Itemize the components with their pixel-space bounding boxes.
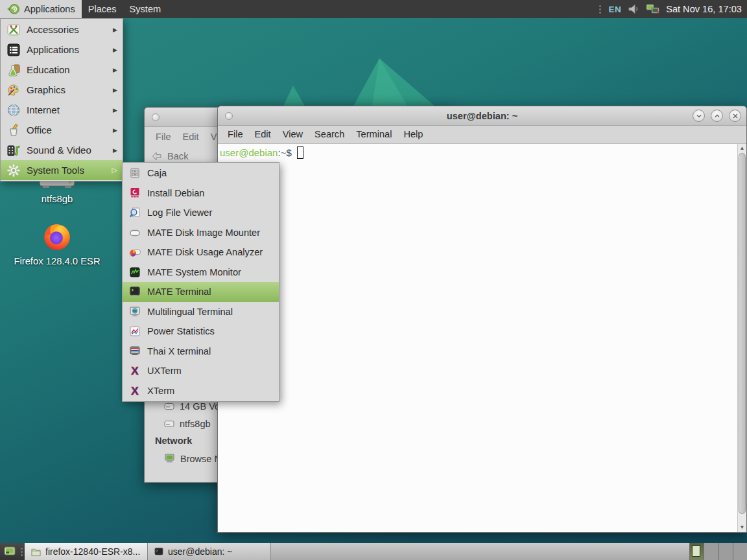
task-label: firefox-12840-ESR-x8...: [45, 546, 140, 557]
panel-grip-handle[interactable]: [19, 548, 24, 556]
terminal-window: user@debian: ~ File Edit View Search Ter…: [217, 106, 747, 533]
terminal-content[interactable]: user@debian:~$ ▲ ▼: [218, 144, 746, 532]
terminal-menu-edit[interactable]: Edit: [249, 126, 277, 143]
scroll-up-icon[interactable]: ▲: [738, 145, 746, 152]
task-label: user@debian: ~: [168, 546, 232, 557]
svg-text:X: X: [131, 365, 139, 377]
office-icon: [6, 123, 21, 137]
submenu-item-install-debian[interactable]: Install Debian: [123, 183, 279, 204]
submenu-item-log-file-viewer[interactable]: Log File Viewer: [123, 203, 279, 223]
thai-x-terminal-icon: [129, 345, 141, 357]
show-desktop-icon: [3, 545, 16, 558]
close-button[interactable]: [729, 110, 741, 122]
system-menu-label: System: [130, 4, 161, 14]
places-menu-label: Places: [88, 4, 117, 14]
keyboard-layout-indicator[interactable]: EN: [608, 5, 621, 14]
terminal-menubar: File Edit View Search Terminal Help: [218, 126, 746, 144]
terminal-menu-terminal[interactable]: Terminal: [350, 126, 397, 143]
submenu-item-mate-terminal[interactable]: MATE Terminal: [123, 282, 279, 302]
menu-item-label: Multilingual Terminal: [147, 307, 233, 317]
submenu-item-power-statistics[interactable]: Power Statistics: [123, 321, 279, 342]
app-menu-item-internet[interactable]: Internet ▶: [1, 100, 123, 120]
app-menu-item-applications[interactable]: Applications ▶: [1, 40, 123, 60]
app-menu-item-graphics[interactable]: Graphics ▶: [1, 80, 123, 100]
caja-menu-file[interactable]: File: [150, 132, 177, 142]
system-tools-submenu: Caja Install Debian Log File Viewer: [122, 162, 279, 402]
terminal-titlebar[interactable]: user@debian: ~: [218, 106, 746, 126]
places-menu-button[interactable]: Places: [82, 0, 123, 18]
submenu-arrow-icon: ▶: [113, 87, 117, 93]
terminal-menu-file[interactable]: File: [222, 126, 249, 143]
app-menu-item-system-tools[interactable]: System Tools ▷: [1, 160, 123, 180]
menu-item-label: System Tools: [27, 165, 84, 176]
scrollbar-thumb[interactable]: [739, 153, 746, 514]
submenu-item-multilingual-terminal[interactable]: Multilingual Terminal: [123, 302, 279, 322]
show-desktop-button[interactable]: [2, 544, 18, 559]
clock-applet[interactable]: Sat Nov 16, 17:03: [666, 4, 742, 14]
maximize-button[interactable]: [711, 110, 723, 122]
workspace-2[interactable]: [704, 543, 718, 560]
caja-icon: [129, 167, 141, 179]
app-menu-item-sound-video[interactable]: Sound & Video ▶: [1, 140, 123, 160]
caja-menu-edit[interactable]: Edit: [177, 132, 205, 142]
power-statistics-icon: [129, 325, 141, 337]
back-arrow-icon: [151, 150, 163, 162]
workspace-window-thumbnail: [692, 545, 700, 557]
drive-icon: [164, 402, 174, 410]
disk-image-mounter-icon: [129, 227, 141, 239]
workspace-4[interactable]: [733, 543, 747, 560]
submenu-arrow-icon: ▶: [113, 147, 117, 154]
submenu-item-uxterm[interactable]: X UXTerm: [123, 361, 279, 381]
app-menu-item-education[interactable]: Education ▶: [1, 60, 123, 80]
accessories-icon: [6, 23, 21, 37]
desktop-icon-firefox[interactable]: Firefox 128.4.0 ESR: [5, 220, 109, 266]
terminal-scrollbar[interactable]: ▲ ▼: [737, 144, 746, 532]
bottom-panel: firefox-12840-ESR-x8... user@debian: ~: [0, 543, 747, 560]
education-icon: [6, 63, 21, 77]
chevron-down-icon: [696, 113, 702, 119]
menu-item-label: Internet: [27, 104, 60, 115]
network-status-icon[interactable]: [646, 3, 660, 16]
scroll-down-icon[interactable]: ▼: [738, 524, 746, 531]
system-tray: EN Sat Nov 16, 17:03: [598, 0, 747, 18]
close-icon: [732, 113, 739, 119]
app-menu-item-accessories[interactable]: Accessories ▶: [1, 19, 123, 40]
volume-icon[interactable]: [627, 3, 640, 16]
desktop-icon-label: ntfs8gb: [18, 194, 96, 204]
submenu-item-caja[interactable]: Caja: [123, 163, 279, 183]
panel-grip-handle[interactable]: [598, 5, 602, 14]
sidebar-item-label: ntfs8gb: [180, 419, 211, 429]
submenu-item-disk-usage-analyzer[interactable]: MATE Disk Usage Analyzer: [123, 242, 279, 262]
applications-menu-button[interactable]: Applications: [0, 0, 82, 18]
menu-item-label: Power Statistics: [147, 326, 215, 336]
app-menu-item-office[interactable]: Office ▶: [1, 120, 123, 140]
sound-video-icon: [6, 143, 21, 158]
window-icon: [152, 113, 160, 121]
submenu-arrow-icon: ▶: [113, 127, 117, 134]
submenu-item-system-monitor[interactable]: MATE System Monitor: [123, 262, 279, 283]
workspace-1[interactable]: [689, 543, 704, 560]
submenu-item-xterm[interactable]: X XTerm: [123, 381, 279, 401]
submenu-item-disk-image-mounter[interactable]: MATE Disk Image Mounter: [123, 223, 279, 243]
back-button[interactable]: Back: [167, 151, 188, 161]
window-title: user@debian: ~: [218, 106, 746, 126]
network-computer-icon: [164, 454, 175, 463]
terminal-menu-search[interactable]: Search: [309, 126, 350, 143]
menu-item-label: Thai X terminal: [147, 346, 211, 356]
prompt-dollar: $: [286, 147, 291, 158]
minimize-button[interactable]: [693, 110, 705, 122]
terminal-menu-view[interactable]: View: [277, 126, 309, 143]
taskbar-task-firefox-folder[interactable]: firefox-12840-ESR-x8...: [25, 543, 148, 560]
svg-text:X: X: [131, 385, 139, 397]
shell-prompt: user@debian:~$: [220, 146, 303, 159]
workspace-3[interactable]: [718, 543, 733, 560]
menu-item-label: Graphics: [27, 84, 65, 95]
submenu-item-thai-x-terminal[interactable]: Thai X terminal: [123, 342, 279, 362]
menu-item-label: Sound & Video: [27, 145, 91, 156]
applications-menu-label: Applications: [24, 4, 75, 14]
window-icon: [225, 112, 233, 120]
taskbar-task-terminal[interactable]: user@debian: ~: [148, 543, 271, 560]
system-menu-button[interactable]: System: [123, 0, 168, 18]
menu-item-label: MATE Terminal: [147, 286, 211, 297]
terminal-menu-help[interactable]: Help: [397, 126, 429, 143]
